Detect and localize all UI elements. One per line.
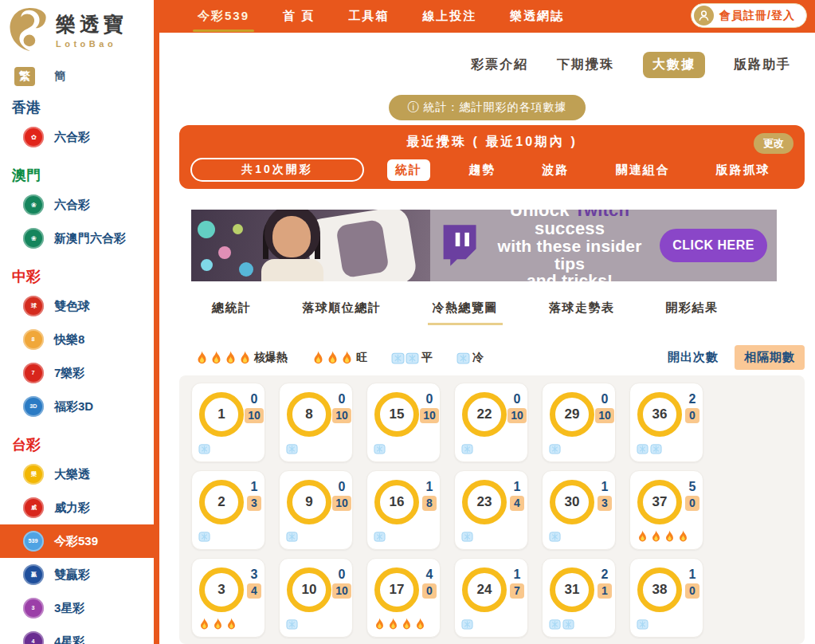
gap-periods-value: 0	[422, 583, 437, 599]
statistics-tab[interactable]: 總統計	[207, 300, 257, 325]
panel-tab[interactable]: 關連組合	[608, 159, 678, 181]
heat-indicator-icon	[374, 530, 386, 543]
lottery-ball: 38	[637, 567, 682, 612]
open-count-value: 4	[426, 568, 433, 581]
sidebar-item[interactable]: 3 3星彩	[0, 591, 154, 625]
sidebar-group-taiwan: 樂 大樂透 威 威力彩 539 今彩539 贏 雙贏彩 3 3星彩 4 4星彩	[0, 457, 154, 644]
topnav-item[interactable]: 首 頁	[283, 9, 315, 24]
gap-periods-value: 4	[247, 583, 261, 599]
panel-tab[interactable]: 波路	[534, 159, 577, 181]
open-count-value: 0	[339, 481, 346, 493]
ad-banner[interactable]: Unlock Twitch success with these insider…	[191, 210, 777, 281]
sidebar-section-title-china: 中彩	[12, 267, 154, 286]
number-card[interactable]: 16 1 8	[366, 470, 441, 550]
sidebar-item-label: 7樂彩	[54, 366, 84, 381]
number-card[interactable]: 29 0 10	[542, 383, 616, 462]
heat-indicator-icon	[374, 618, 426, 630]
heat-indicator-icon	[549, 530, 561, 543]
heat-indicator-icon	[637, 530, 689, 543]
legend-item: 冷	[456, 351, 484, 365]
number-card[interactable]: 10 0 10	[279, 558, 353, 638]
lottery-logo-icon: 樂	[23, 464, 44, 485]
panel-tab[interactable]: 趨勢	[460, 159, 503, 181]
ad-cta-button[interactable]: CLICK HERE	[660, 229, 767, 262]
topnav-item[interactable]: 線上投注	[422, 9, 476, 24]
statistics-tab[interactable]: 落球順位總計	[298, 300, 386, 325]
lotobao-logo-icon	[8, 6, 49, 53]
number-card[interactable]: 8 0 10	[279, 383, 353, 462]
number-card[interactable]: 9 0 10	[279, 470, 353, 550]
legend-label: 平	[421, 351, 433, 365]
number-card[interactable]: 31 2 1	[542, 558, 616, 638]
sidebar-item[interactable]: 539 今彩539	[0, 524, 154, 558]
sidebar-item[interactable]: 威 威力彩	[0, 491, 154, 524]
top-header: 今彩539首 頁工具箱線上投注樂透網誌 會員註冊/登入	[154, 0, 815, 33]
number-card[interactable]: 22 0 10	[454, 383, 528, 462]
gap-periods-value: 0	[685, 496, 699, 511]
number-card[interactable]: 23 1 4	[454, 470, 528, 550]
lang-traditional-button[interactable]: 繁	[14, 67, 35, 86]
number-card[interactable]: 2 1 3	[191, 470, 265, 550]
panel-tab[interactable]: 統計	[387, 159, 430, 181]
gap-periods-value: 10	[332, 408, 351, 423]
sidebar-item[interactable]: 樂 大樂透	[0, 457, 154, 491]
subnav-item[interactable]: 彩票介紹	[471, 57, 528, 73]
legend-label: 核爆熱	[254, 351, 288, 365]
number-card[interactable]: 17 4 0	[366, 558, 441, 638]
number-card[interactable]: 36 2 0	[629, 383, 703, 462]
sidebar-item[interactable]: 7 7樂彩	[0, 356, 154, 390]
lang-simplified-button[interactable]: 簡	[54, 69, 65, 84]
member-login-label: 會員註冊/登入	[719, 9, 795, 23]
card-values: 0 10	[331, 481, 353, 511]
sidebar-item[interactable]: 球 雙色球	[0, 289, 154, 323]
sidebar-item[interactable]: 4 4星彩	[0, 625, 154, 644]
heat-indicator-icon	[374, 442, 386, 455]
lottery-ball: 36	[637, 392, 682, 437]
open-count-toggle[interactable]: 開出次數	[668, 350, 719, 365]
number-card[interactable]: 24 1 7	[454, 558, 528, 638]
sidebar-item[interactable]: ❀ 新澳門六合彩	[0, 222, 154, 255]
statistics-tab[interactable]: 冷熱總覽圖	[428, 300, 503, 325]
number-card[interactable]: 38 1 0	[629, 558, 703, 638]
panel-tab[interactable]: 版路抓球	[708, 159, 778, 181]
gap-periods-toggle[interactable]: 相隔期數	[735, 345, 805, 370]
sidebar-item-label: 六合彩	[54, 198, 90, 213]
subnav-item[interactable]: 版路助手	[734, 57, 791, 73]
top-nav: 今彩539首 頁工具箱線上投注樂透網誌	[198, 0, 564, 33]
number-card[interactable]: 15 0 10	[366, 383, 441, 462]
heat-indicator-icon	[198, 530, 210, 543]
subnav-item[interactable]: 大數據	[643, 52, 705, 78]
number-card[interactable]: 3 3 4	[191, 558, 265, 638]
sidebar-section-title-macau: 澳門	[12, 166, 154, 185]
heat-level-icon	[312, 351, 354, 365]
lottery-ball: 1	[199, 392, 244, 437]
heat-indicator-icon	[286, 618, 298, 630]
sidebar-item[interactable]: 贏 雙贏彩	[0, 558, 154, 591]
sidebar-item[interactable]: ❀ 六合彩	[0, 188, 154, 222]
card-values: 1 8	[418, 481, 441, 511]
sidebar-group-hk: ✿ 六合彩	[0, 120, 154, 154]
subnav-item[interactable]: 下期攪珠	[557, 57, 614, 73]
change-button[interactable]: 更改	[754, 133, 793, 154]
number-card[interactable]: 30 1 3	[542, 470, 616, 550]
topnav-item[interactable]: 今彩539	[198, 9, 249, 24]
gap-periods-value: 10	[245, 408, 264, 423]
draws-count-pill[interactable]: 共10次開彩	[190, 158, 364, 182]
member-login-button[interactable]: 會員註冊/登入	[691, 3, 807, 28]
logo[interactable]: 樂透寶 LotoBao	[0, 0, 154, 53]
statistics-tab[interactable]: 開彩結果	[661, 300, 723, 325]
lottery-ball: 31	[550, 567, 594, 612]
lottery-logo-icon: ❀	[23, 228, 44, 249]
sidebar-item[interactable]: 8 快樂8	[0, 323, 154, 356]
stats-info-banner: ⓘ 統計：總計開彩的各項數據	[389, 95, 586, 120]
open-count-value: 1	[689, 568, 696, 581]
sidebar-item-label: 雙色球	[54, 299, 90, 314]
topnav-item[interactable]: 樂透網誌	[510, 9, 564, 24]
statistics-tab[interactable]: 落球走勢表	[544, 300, 620, 325]
topnav-item[interactable]: 工具箱	[348, 9, 389, 24]
sidebar-item[interactable]: ✿ 六合彩	[0, 120, 154, 154]
number-card[interactable]: 37 5 0	[629, 470, 703, 550]
streamer-face	[272, 216, 311, 257]
number-card[interactable]: 1 0 10	[191, 383, 265, 462]
sidebar-item[interactable]: 3D 福彩3D	[0, 390, 154, 423]
